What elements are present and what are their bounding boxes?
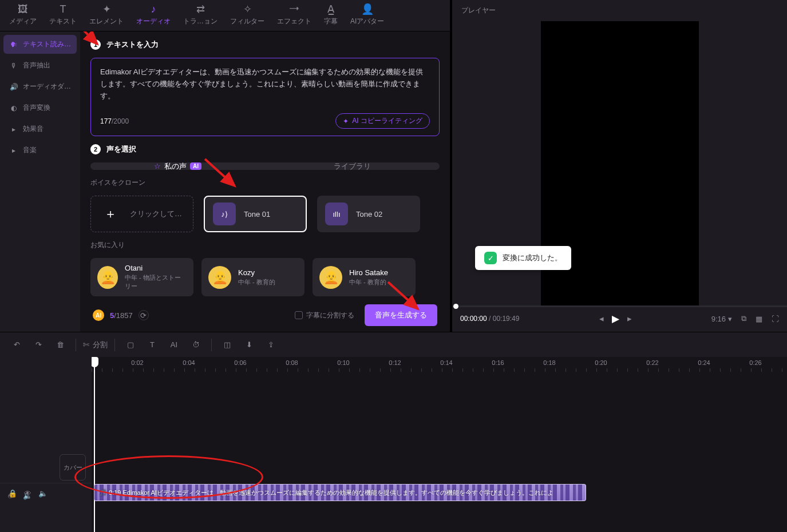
- voice-tabs: ☆ 私の声 AI ライブラリ: [90, 162, 440, 170]
- tab-ai-avatar[interactable]: 👤AIアバター: [345, 1, 390, 31]
- ai-badge: AI: [190, 162, 201, 170]
- aspect-ratio-button[interactable]: 9:16▾: [711, 315, 732, 323]
- player-panel: プレイヤー ✓ 変換に成功した。 00:00:00 / 00:19:49 ◂ ▶…: [452, 0, 787, 332]
- mic-icon: 🎙: [9, 62, 18, 70]
- split-subtitle-check[interactable]: 字幕に分割する: [295, 311, 354, 320]
- tab-effect[interactable]: ⭢エフェクト: [271, 1, 317, 31]
- text-icon: T: [60, 4, 66, 14]
- speaker-icon[interactable]: 🔈: [23, 491, 32, 500]
- speed-button[interactable]: ⏱: [187, 336, 204, 354]
- tab-media[interactable]: 🖼メディア: [3, 1, 42, 31]
- text-tool-button[interactable]: T: [144, 336, 161, 354]
- time-display: 00:00:00 / 00:19:49: [460, 315, 519, 323]
- sidebar-item-sfx[interactable]: ▸効果音: [3, 120, 77, 138]
- playhead[interactable]: [94, 357, 95, 532]
- transition-icon: ⇄: [196, 4, 205, 14]
- scissors-icon: ✄: [83, 340, 89, 349]
- progress-bar[interactable]: [452, 305, 787, 307]
- star-icon: ☆: [154, 162, 161, 170]
- redo-button[interactable]: ↷: [30, 336, 47, 354]
- fav-voice-hiro[interactable]: 🧑‍🦲 Hiro Satake 中年 - 教育的: [313, 258, 416, 296]
- progress-handle[interactable]: [453, 304, 458, 309]
- split-button[interactable]: ✄ 分割: [83, 340, 108, 350]
- player-title: プレイヤー: [452, 0, 787, 21]
- tab-transition[interactable]: ⇄トラ…ョン: [177, 1, 223, 31]
- crop-button[interactable]: ◫: [219, 336, 236, 354]
- subtitle-icon: A̲: [327, 4, 334, 14]
- reload-button[interactable]: ⟳: [139, 310, 149, 320]
- avatar-icon: 🧑‍🦲: [208, 266, 231, 289]
- tts-text[interactable]: Edimakor AIビデオエディターは、動画を迅速かつスムーズに編集するための…: [100, 66, 430, 102]
- success-toast: ✓ 変換に成功した。: [475, 246, 571, 270]
- credit-icon: AI: [93, 309, 104, 321]
- voice-tab-my[interactable]: ☆ 私の声 AI: [90, 162, 265, 170]
- sidebar-item-tts[interactable]: 🗣テキスト読み…: [3, 35, 77, 54]
- snapshot-button[interactable]: ⧉: [741, 314, 746, 323]
- voice-wave-icon: ♪⟩: [213, 203, 236, 225]
- sparkle-icon: ✦: [343, 117, 349, 125]
- elements-icon: ✦: [102, 4, 111, 14]
- undo-button[interactable]: ↶: [8, 336, 25, 354]
- tab-filter[interactable]: ✧フィルター: [224, 1, 270, 31]
- timeline-track-headers: 🔒 👁 🔈: [0, 357, 92, 532]
- export-button[interactable]: ⇪: [262, 336, 279, 354]
- image-icon: 🖼: [18, 4, 28, 14]
- speaker-icon[interactable]: 🔈: [38, 489, 48, 498]
- voice-tone-01[interactable]: ♪⟩ Tone 01: [204, 196, 307, 232]
- tts-icon: 🗣: [9, 41, 18, 49]
- step2-heading: 2 声を選択: [90, 144, 440, 154]
- avatar-icon: 🧑‍🦲: [97, 266, 118, 289]
- next-frame-button[interactable]: ▸: [627, 313, 632, 324]
- ai-copywriting-button[interactable]: ✦ AI コピーライティング: [335, 113, 430, 129]
- play-button[interactable]: ▶: [612, 313, 619, 325]
- avatar-icon: 🧑‍🦲: [319, 266, 342, 289]
- generate-voice-button[interactable]: 音声を生成する: [365, 304, 437, 326]
- cover-button[interactable]: カバー: [60, 454, 86, 481]
- annotation-arrow: [200, 154, 246, 194]
- delete-button[interactable]: 🗑: [52, 336, 69, 354]
- favorites-label: お気に入り: [90, 240, 440, 250]
- sidebar-item-music[interactable]: ▸音楽: [3, 141, 77, 160]
- avatar-icon: 👤: [361, 4, 374, 14]
- step2-badge: 2: [90, 144, 101, 154]
- tab-subtitle[interactable]: A̲字幕: [318, 1, 343, 31]
- tts-input-box[interactable]: Edimakor AIビデオエディターは、動画を迅速かつスムーズに編集するための…: [90, 58, 440, 136]
- audio-sidebar: 🗣テキスト読み… 🎙音声抽出 🔊オーディオダ… ◐音声変換 ▸効果音 ▸音楽: [0, 31, 80, 332]
- cursor-icon: ⭢: [289, 4, 299, 14]
- music-note-icon: ♪: [151, 4, 156, 14]
- step1-heading: 1 テキストを入力: [90, 39, 440, 50]
- sidebar-item-dub[interactable]: 🔊オーディオダ…: [3, 77, 77, 96]
- step1-badge: 1: [90, 39, 101, 50]
- tab-text[interactable]: Tテキスト: [43, 1, 82, 31]
- fav-voice-otani[interactable]: 🧑‍🦲 Otani 中年 - 物語とストーリー: [90, 258, 193, 296]
- timeline-toolbar: ↶ ↷ 🗑 ✄ 分割 ▢ T AI ⏱ ◫ ⬇ ⇪: [0, 332, 787, 357]
- sidebar-item-vc[interactable]: ◐音声変換: [3, 98, 77, 117]
- download-button[interactable]: ⬇: [240, 336, 258, 354]
- voice-tone-02[interactable]: ıllı Tone 02: [317, 196, 420, 232]
- grid-button[interactable]: ▦: [756, 315, 762, 323]
- tab-audio[interactable]: ♪オーディオ: [130, 1, 176, 31]
- dub-icon: 🔊: [9, 83, 18, 91]
- voice-tab-library[interactable]: ライブラリ: [265, 162, 440, 170]
- voice-clone-add[interactable]: ＋ クリックして…: [90, 196, 193, 232]
- chevron-down-icon: ▾: [728, 315, 732, 323]
- chevron-right-icon: ▸: [9, 146, 18, 154]
- checkbox-icon: [295, 311, 303, 319]
- char-count: 177/2000: [100, 117, 129, 125]
- magnet-icon[interactable]: ⎋: [8, 491, 13, 500]
- prev-frame-button[interactable]: ◂: [599, 313, 604, 324]
- check-icon: ✓: [484, 252, 497, 264]
- ai-tool-button[interactable]: AI: [165, 336, 183, 354]
- sidebar-item-extract[interactable]: 🎙音声抽出: [3, 56, 77, 75]
- timeline-ruler[interactable]: 0:02 0:04 0:06 0:08 0:10 0:12 0:14 0:16 …: [92, 357, 787, 374]
- audio-clip[interactable]: 🎵 0:19 Edimakor AIビデオエディターは、動画を迅速かつスムーズに…: [94, 484, 586, 501]
- vc-icon: ◐: [9, 104, 18, 112]
- fav-voice-kozy[interactable]: 🧑‍🦲 Kozy 中年 - 教育的: [201, 258, 304, 296]
- tab-elements[interactable]: ✦エレメント: [84, 1, 129, 31]
- chevron-right-icon: ▸: [9, 125, 18, 133]
- tts-panel: 1 テキストを入力 Edimakor AIビデオエディターは、動画を迅速かつスム…: [80, 31, 450, 332]
- clone-label: ボイスをクローン: [90, 178, 440, 188]
- fullscreen-button[interactable]: ⛶: [772, 315, 779, 323]
- marker-button[interactable]: ▢: [122, 336, 139, 354]
- timeline: 🔒 👁 🔈 カバー 0:02 0:04 0:06 0:08 0:10 0:12 …: [0, 357, 787, 532]
